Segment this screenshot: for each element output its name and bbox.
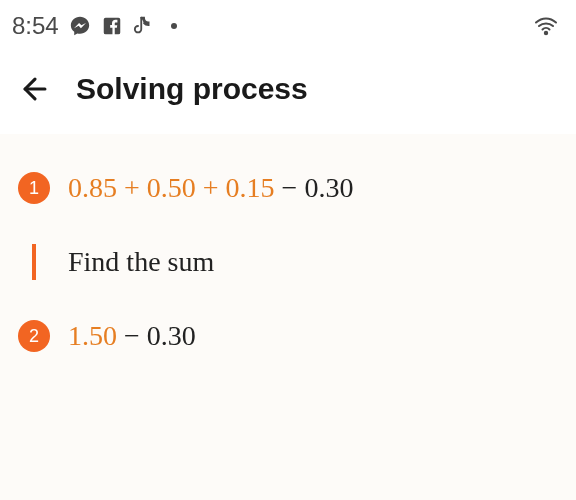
svg-point-0 — [545, 32, 547, 34]
step-badge-2: 2 — [18, 320, 50, 352]
instruction-bar — [32, 244, 36, 280]
arrow-left-icon — [18, 72, 52, 106]
expr-rest: − 0.30 — [117, 320, 196, 351]
tiktok-icon — [133, 15, 155, 37]
step-expression-1: 0.85 + 0.50 + 0.15 − 0.30 — [68, 172, 353, 204]
content-area: 1 0.85 + 0.50 + 0.15 − 0.30 Find the sum… — [0, 134, 576, 500]
instruction-text: Find the sum — [68, 246, 214, 278]
facebook-icon — [101, 15, 123, 37]
expr-highlight: 1.50 — [68, 320, 117, 351]
back-button[interactable] — [18, 72, 52, 106]
instruction: Find the sum — [24, 244, 558, 280]
step-badge-1: 1 — [18, 172, 50, 204]
expr-highlight: 0.85 + 0.50 + 0.15 — [68, 172, 275, 203]
step-2: 2 1.50 − 0.30 — [18, 320, 558, 352]
status-bar: 8:54 — [0, 0, 576, 52]
expr-rest: − 0.30 — [275, 172, 354, 203]
page-title: Solving process — [76, 72, 308, 106]
status-left: 8:54 — [12, 12, 177, 40]
wifi-icon — [534, 14, 558, 38]
step-expression-2: 1.50 − 0.30 — [68, 320, 196, 352]
messenger-icon — [69, 15, 91, 37]
step-1: 1 0.85 + 0.50 + 0.15 − 0.30 — [18, 172, 558, 204]
status-time: 8:54 — [12, 12, 59, 40]
header: Solving process — [0, 52, 576, 134]
dot-indicator — [171, 23, 177, 29]
